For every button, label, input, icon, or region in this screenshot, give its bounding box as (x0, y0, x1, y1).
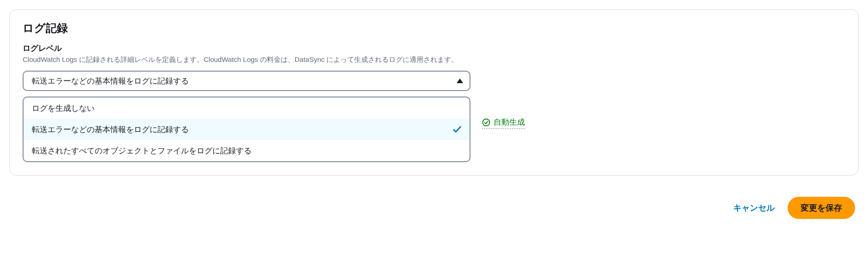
log-level-option[interactable]: 転送されたすべてのオブジェクトとファイルをログに記録する (24, 140, 470, 161)
save-button[interactable]: 変更を保存 (788, 197, 855, 219)
log-level-dropdown: ログを生成しない 転送エラーなどの基本情報をログに記録する 転送されたすべてのオ… (23, 97, 470, 162)
option-label: ログを生成しない (32, 103, 95, 114)
auto-generate-label: 自動生成 (494, 117, 525, 127)
check-icon (452, 124, 462, 134)
logging-panel: ログ記録 ログレベル CloudWatch Logs に記録される詳細レベルを定… (9, 9, 859, 176)
svg-point-0 (483, 119, 490, 126)
actions-row: キャンセル 変更を保存 (9, 197, 859, 219)
auto-generate-link[interactable]: 自動生成 (482, 117, 525, 129)
caret-up-icon (457, 79, 463, 83)
log-level-label: ログレベル (23, 43, 845, 54)
cancel-button[interactable]: キャンセル (733, 202, 775, 213)
log-level-select-wrap: 転送エラーなどの基本情報をログに記録する ログを生成しない 転送エラーなどの基本… (23, 71, 470, 162)
log-level-option[interactable]: 転送エラーなどの基本情報をログに記録する (24, 119, 470, 140)
option-label: 転送エラーなどの基本情報をログに記録する (32, 124, 189, 135)
log-level-select[interactable]: 転送エラーなどの基本情報をログに記録する (23, 71, 470, 91)
log-level-option[interactable]: ログを生成しない (24, 97, 470, 119)
log-level-select-value: 転送エラーなどの基本情報をログに記録する (32, 76, 189, 86)
success-check-circle-icon (482, 118, 491, 127)
option-label: 転送されたすべてのオブジェクトとファイルをログに記録する (32, 146, 252, 156)
log-level-description: CloudWatch Logs に記録される詳細レベルを定義します。CloudW… (23, 55, 845, 64)
panel-title: ログ記録 (23, 21, 845, 36)
